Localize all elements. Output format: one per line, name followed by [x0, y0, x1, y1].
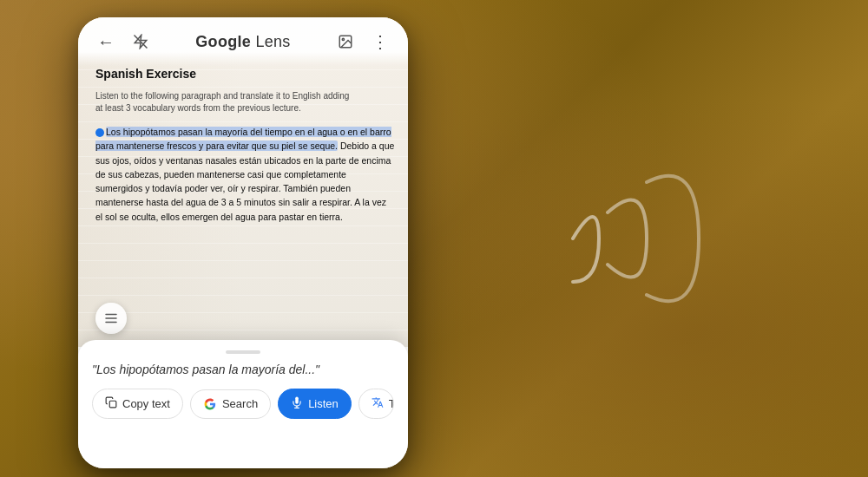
svg-rect-4 — [105, 314, 117, 316]
document-content: Spanish Exercise Listen to the following… — [95, 65, 395, 224]
translate-button[interactable]: Translate — [358, 389, 394, 419]
document-area: Spanish Exercise Listen to the following… — [78, 17, 408, 347]
document-paragraph: Los hipopótamos pasan la mayoría del tie… — [95, 125, 395, 224]
copy-icon — [105, 396, 117, 411]
sheet-preview-text: "Los hipopótamos pasan la mayoría del...… — [92, 363, 394, 376]
lens-header: ← Google Lens ⋮ — [78, 17, 408, 66]
listen-icon — [291, 396, 303, 411]
search-label: Search — [222, 397, 258, 410]
bottom-sheet: "Los hipopótamos pasan la mayoría del...… — [78, 340, 408, 468]
translate-label: Translate — [389, 397, 394, 410]
google-text: Google — [195, 33, 251, 50]
google-icon — [203, 397, 217, 411]
selected-text: Los hipopótamos pasan la mayoría del tie… — [95, 127, 391, 151]
phone-mockup: Spanish Exercise Listen to the following… — [78, 17, 408, 468]
text-menu-button[interactable] — [95, 303, 127, 334]
app-title: Google Lens — [161, 33, 325, 51]
svg-rect-7 — [109, 401, 116, 408]
selection-start-dot — [95, 128, 104, 137]
document-title: Spanish Exercise — [95, 65, 395, 83]
copy-text-button[interactable]: Copy text — [92, 389, 183, 419]
svg-rect-6 — [105, 322, 117, 323]
translate-icon — [372, 396, 384, 411]
document-instruction: Listen to the following paragraph and tr… — [95, 90, 395, 114]
image-icon[interactable] — [332, 28, 359, 56]
svg-rect-5 — [105, 317, 117, 319]
search-button[interactable]: Search — [190, 389, 271, 419]
sound-waves — [521, 108, 764, 369]
back-button[interactable]: ← — [92, 28, 120, 56]
listen-label: Listen — [308, 397, 339, 410]
flash-icon[interactable] — [127, 28, 155, 56]
sheet-actions: Copy text Search — [92, 389, 394, 419]
more-options-button[interactable]: ⋮ — [366, 28, 394, 56]
listen-button[interactable]: Listen — [278, 389, 352, 419]
svg-point-3 — [342, 38, 344, 40]
copy-text-label: Copy text — [122, 397, 170, 410]
sheet-handle — [226, 350, 260, 354]
